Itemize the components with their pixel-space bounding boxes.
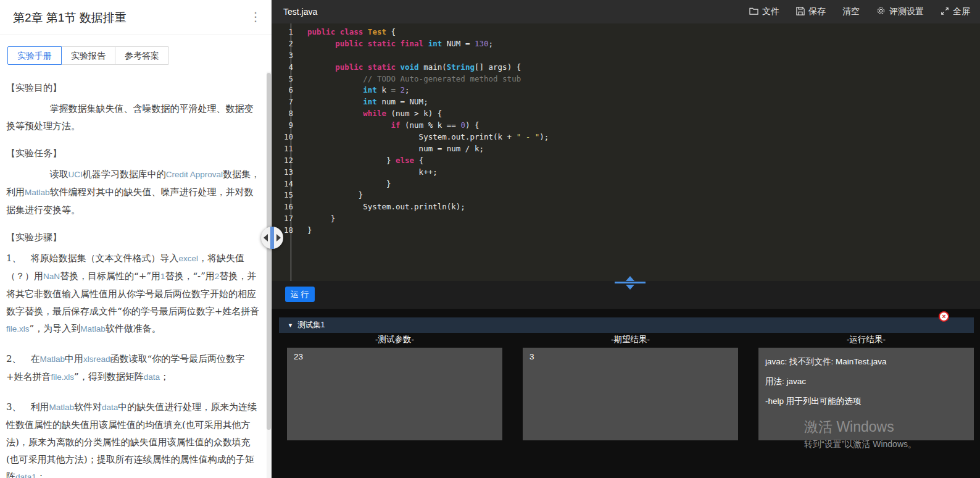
windows-watermark-title: 激活 Windows — [804, 417, 894, 437]
fullscreen-label: 全屏 — [953, 6, 970, 17]
folder-icon — [749, 7, 758, 17]
splitter-bar — [270, 227, 274, 249]
test-set-label: 测试集1 — [297, 320, 325, 330]
expand-right-icon — [276, 234, 281, 241]
expected-result-box[interactable]: 3 — [523, 348, 738, 440]
test-params-box[interactable]: 23 — [287, 348, 502, 440]
fullscreen-icon — [941, 7, 949, 17]
test-console: ▼ 测试集1 × -测试参数- -期望结果- -运行结果- 23 3 javac… — [272, 309, 980, 478]
manual-content: 【实验目的】 掌握数据集缺失值、含噪数据的平滑处理、数据变换等预处理方法。 【实… — [0, 72, 265, 478]
lesson-panel: 第2章 第1节 数据排重 ⋮ 实验手册 实验报告 参考答案 【实验目的】 掌握数… — [0, 0, 272, 478]
splitter-line — [615, 282, 646, 283]
task-body: 读取UCI机器学习数据库中的Credit Approval数据集，利用Matla… — [6, 166, 260, 219]
run-button[interactable]: 运 行 — [285, 287, 315, 302]
fullscreen-button[interactable]: 全屏 — [941, 6, 970, 17]
save-button[interactable]: 保存 — [796, 6, 826, 17]
judge-settings-label: 评测设置 — [889, 6, 924, 17]
objective-body: 掌握数据集缺失值、含噪数据的平滑处理、数据变换等预处理方法。 — [6, 100, 260, 135]
column-test-params: -测试参数- — [287, 334, 502, 345]
step-2: 2、 在Matlab中用xlsread函数读取“你的学号最后两位数字+姓名拼音f… — [6, 350, 260, 386]
panel-splitter-handle[interactable] — [261, 227, 283, 249]
page-title: 第2章 第1节 数据排重 — [13, 10, 127, 26]
task-heading: 【实验任务】 — [6, 145, 260, 162]
column-run-result: -运行结果- — [758, 334, 974, 345]
editor-actions: 文件 保存 清空 评测设置 全屏 — [749, 0, 970, 23]
close-icon[interactable]: × — [939, 311, 949, 322]
code-lines: 1public class Test {2 public static fina… — [272, 27, 980, 237]
column-expected: -期望结果- — [523, 334, 738, 345]
manual-scrollbar — [267, 72, 271, 478]
lesson-tabs: 实验手册 实验报告 参考答案 — [7, 46, 169, 65]
steps-heading: 【实验步骤】 — [6, 229, 260, 246]
chevron-up-icon — [626, 276, 634, 281]
clear-button-label: 清空 — [842, 6, 860, 17]
lesson-header: 第2章 第1节 数据排重 ⋮ — [0, 0, 272, 35]
editor-topbar: Test.java 文件 保存 清空 评测设置 全屏 — [272, 0, 980, 23]
code-editor[interactable]: 1public class Test {2 public static fina… — [272, 23, 980, 281]
chevron-down-icon — [626, 285, 634, 290]
tab-reference-answer[interactable]: 参考答案 — [115, 46, 169, 65]
step-1: 1、 将原始数据集（文本文件格式）导入excel，将缺失值（？）用NaN替换，目… — [6, 249, 260, 338]
kebab-menu-icon[interactable]: ⋮ — [249, 9, 262, 25]
save-button-label: 保存 — [808, 6, 826, 17]
editor-console-splitter[interactable] — [615, 275, 646, 290]
save-icon — [796, 7, 805, 17]
manual-scrollbar-thumb[interactable] — [267, 73, 271, 430]
gear-icon — [876, 6, 886, 17]
editor-filename: Test.java — [283, 0, 317, 23]
tab-lab-manual[interactable]: 实验手册 — [7, 46, 62, 65]
tab-lab-report[interactable]: 实验报告 — [61, 46, 115, 65]
collapse-left-icon — [264, 234, 268, 241]
file-button[interactable]: 文件 — [749, 6, 779, 17]
test-set-header[interactable]: ▼ 测试集1 — [279, 317, 974, 333]
objective-heading: 【实验目的】 — [6, 79, 260, 96]
judge-settings-button[interactable]: 评测设置 — [876, 6, 924, 17]
result-column-headers: -测试参数- -期望结果- -运行结果- — [287, 334, 974, 345]
step-3: 3、 利用Matlab软件对data中的缺失值进行处理，原来为连续性数值属性的缺… — [6, 398, 260, 478]
file-button-label: 文件 — [762, 6, 779, 17]
windows-watermark-subtitle: 转到“设置”以激活 Windows。 — [804, 439, 916, 450]
caret-down-icon: ▼ — [288, 322, 293, 329]
clear-button[interactable]: 清空 — [842, 6, 860, 17]
